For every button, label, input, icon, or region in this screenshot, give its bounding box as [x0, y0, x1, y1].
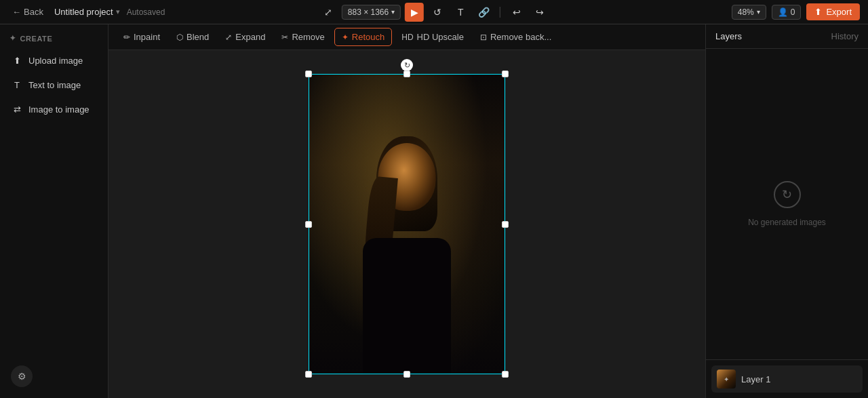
handle-top-right[interactable] — [502, 71, 509, 77]
text-to-image-label: Text to image — [28, 80, 81, 90]
expand-icon: ⤢ — [225, 33, 232, 42]
handle-top-left[interactable] — [305, 71, 312, 77]
topbar-tools: ⤢ 883 × 1366 ▾ ▶ ↺ T 🔗 ↩ ↪ — [319, 3, 549, 22]
user-icon-symbol: 👤 — [778, 7, 788, 17]
no-images-icon: ↻ — [774, 181, 801, 208]
upload-label: Upload image — [28, 56, 83, 66]
resize-tool-button[interactable]: ⤢ — [319, 3, 338, 22]
topbar-center: ⤢ 883 × 1366 ▾ ▶ ↺ T 🔗 ↩ ↪ — [319, 3, 549, 22]
history-tab[interactable]: History — [831, 31, 859, 41]
export-label: Export — [826, 7, 852, 17]
back-button[interactable]: ← Back — [8, 5, 47, 19]
sidebar-item-text-to-image[interactable]: T Text to image — [5, 74, 102, 96]
topbar-right: 48% ▾ 👤 0 ⬆ Export — [732, 3, 860, 20]
portrait-person — [346, 102, 468, 374]
settings-button[interactable]: ⚙ — [11, 365, 33, 387]
remove-icon: ✂ — [281, 33, 288, 42]
remove-tab[interactable]: ✂ Remove — [275, 28, 331, 45]
upload-icon: ⬆ — [11, 54, 23, 66]
right-panel-header: Layers History — [706, 24, 868, 49]
retouch-tab[interactable]: ✦ Retouch — [334, 28, 392, 46]
handle-bottom-center[interactable] — [403, 371, 410, 378]
canvas-area: ✏ Inpaint ⬡ Blend ⤢ Expand ✂ Remove ✦ Re… — [108, 24, 705, 398]
remove-bg-label: Remove back... — [490, 32, 551, 42]
canvas-size-display[interactable]: 883 × 1366 ▾ — [342, 5, 401, 20]
canvas-viewport[interactable]: ↻ — [108, 50, 705, 398]
right-panel: Layers History ↻ No generated images ✦ L… — [705, 24, 868, 398]
upscale-label: HD Upscale — [417, 32, 464, 42]
export-icon: ⬆ — [814, 7, 822, 17]
zoom-value: 48% — [738, 7, 754, 17]
handle-bottom-left[interactable] — [305, 371, 312, 378]
text-tool-button[interactable]: T — [451, 3, 470, 22]
remove-bg-tab[interactable]: ⊡ Remove back... — [473, 28, 558, 45]
layers-section: ✦ Layer 1 — [706, 359, 868, 398]
layer-1-thumbnail: ✦ — [717, 370, 736, 389]
create-section-label: Create — [20, 35, 53, 43]
topbar-left: ← Back Untitled project ▾ Autosaved — [8, 5, 165, 19]
handle-middle-right[interactable] — [502, 221, 509, 228]
back-arrow-icon: ← — [12, 7, 21, 17]
handle-bottom-right[interactable] — [502, 371, 509, 378]
sidebar-item-image-to-image[interactable]: ⇄ Image to image — [5, 98, 102, 120]
canvas-image — [309, 74, 505, 374]
expand-tab[interactable]: ⤢ Expand — [218, 28, 272, 45]
upscale-icon: HD — [401, 33, 413, 42]
main-area: ✦ Create ⬆ Upload image T Text to image … — [0, 24, 868, 398]
handle-top-center[interactable] — [403, 71, 410, 77]
project-name-container: Untitled project ▾ — [54, 7, 120, 17]
zoom-chevron: ▾ — [757, 8, 760, 16]
remove-bg-icon: ⊡ — [480, 33, 487, 42]
no-images-text: No generated images — [748, 218, 826, 227]
autosaved-status: Autosaved — [127, 7, 165, 17]
inpaint-label: Inpaint — [134, 32, 160, 42]
blend-tab[interactable]: ⬡ Blend — [170, 28, 216, 45]
zoom-control[interactable]: 48% ▾ — [732, 5, 766, 20]
rotate-handle[interactable]: ↻ — [401, 59, 413, 71]
layer-1-name: Layer 1 — [741, 374, 770, 384]
rotate-icon: ↻ — [404, 61, 410, 70]
project-dropdown-icon[interactable]: ▾ — [116, 7, 120, 16]
create-section-icon: ✦ — [9, 34, 16, 43]
redo-button[interactable]: ↪ — [530, 3, 549, 22]
refresh-tool-button[interactable]: ↺ — [428, 3, 447, 22]
person-body — [363, 238, 451, 374]
undo-button[interactable]: ↩ — [507, 3, 526, 22]
retouch-label: Retouch — [352, 32, 384, 42]
sidebar-item-upload[interactable]: ⬆ Upload image — [5, 49, 102, 71]
handle-middle-left[interactable] — [305, 221, 312, 228]
inpaint-icon: ✏ — [123, 33, 130, 42]
refresh-circle-icon: ↻ — [782, 187, 792, 202]
canvas-size-chevron: ▾ — [391, 8, 395, 16]
left-sidebar: ✦ Create ⬆ Upload image T Text to image … — [0, 24, 108, 398]
layer-1-item[interactable]: ✦ Layer 1 — [711, 365, 863, 393]
image-container[interactable]: ↻ — [309, 74, 505, 374]
canvas-size-text: 883 × 1366 — [348, 7, 389, 17]
image-to-image-icon: ⇄ — [11, 103, 23, 115]
topbar: ← Back Untitled project ▾ Autosaved ⤢ 88… — [0, 0, 868, 24]
retouch-icon: ✦ — [342, 33, 349, 42]
user-count-badge[interactable]: 👤 0 — [772, 5, 802, 20]
image-to-image-label: Image to image — [28, 104, 90, 115]
layer-1-badge: ✦ — [724, 376, 729, 383]
back-label: Back — [24, 7, 43, 17]
layers-tab[interactable]: Layers — [715, 31, 742, 41]
remove-label: Remove — [292, 32, 324, 42]
expand-label: Expand — [235, 32, 265, 42]
blend-icon: ⬡ — [176, 33, 183, 42]
project-name-text: Untitled project — [54, 7, 113, 17]
sidebar-section-create: ✦ Create — [5, 31, 102, 45]
upscale-tab[interactable]: HD HD Upscale — [395, 28, 471, 45]
inpaint-tab[interactable]: ✏ Inpaint — [117, 28, 167, 45]
play-tool-button[interactable]: ▶ — [405, 3, 424, 22]
panel-content: ↻ No generated images — [706, 49, 868, 359]
text-to-image-icon: T — [11, 79, 23, 91]
export-button[interactable]: ⬆ Export — [806, 3, 860, 20]
toolbar-divider — [500, 7, 500, 18]
blend-label: Blend — [186, 32, 209, 42]
canvas-toolbar: ✏ Inpaint ⬡ Blend ⤢ Expand ✂ Remove ✦ Re… — [108, 24, 705, 50]
user-count-text: 0 — [791, 7, 795, 17]
link-tool-button[interactable]: 🔗 — [474, 3, 493, 22]
